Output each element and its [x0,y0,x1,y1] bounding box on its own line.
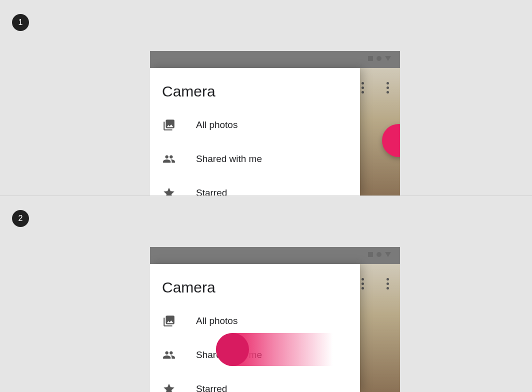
badge-1: 1 [12,14,29,31]
people-icon [162,348,176,362]
status-square-icon [368,56,373,61]
nav-item-shared[interactable]: Shared with me [150,142,360,176]
nav-label: All photos [196,120,238,130]
device-frame: Camera All photos Shared with me Starred [150,247,400,392]
badge-2: 2 [12,210,29,227]
navigation-drawer: Camera All photos Shared with me Starred [150,264,360,392]
people-icon [162,152,176,166]
star-icon [162,186,176,196]
photos-icon [162,118,176,132]
status-bar-icons [368,56,391,61]
example-panel-1: 1 Camera All photos [0,0,532,196]
overflow-hint-icon [362,82,364,94]
nav-item-starred[interactable]: Starred [150,372,360,392]
drawer-title: Camera [150,68,360,108]
status-square-icon [368,252,373,257]
photo-backdrop [360,264,400,392]
nav-label: Starred [196,188,227,196]
fab-button[interactable] [216,333,249,366]
photos-icon [162,314,176,328]
nav-item-all-photos[interactable]: All photos [150,108,360,142]
device-frame: Camera All photos Shared with me Starred [150,51,400,196]
overflow-menu-button[interactable] [386,278,389,290]
status-bar-icons [368,252,391,257]
star-icon [162,382,176,392]
nav-label: Starred [196,384,227,392]
example-panel-2: 2 Camera All photos [0,196,532,392]
overflow-hint-icon [362,278,364,290]
status-circle-icon [376,252,382,257]
fab-motion-trail [216,333,346,366]
nav-label: All photos [196,316,238,326]
status-triangle-icon [385,56,391,61]
overflow-menu-button[interactable] [386,82,389,94]
nav-item-starred[interactable]: Starred [150,176,360,196]
navigation-drawer: Camera All photos Shared with me Starred [150,68,360,196]
nav-label: Shared with me [196,154,262,164]
drawer-title: Camera [150,264,360,304]
status-circle-icon [376,56,382,61]
status-triangle-icon [385,252,391,257]
